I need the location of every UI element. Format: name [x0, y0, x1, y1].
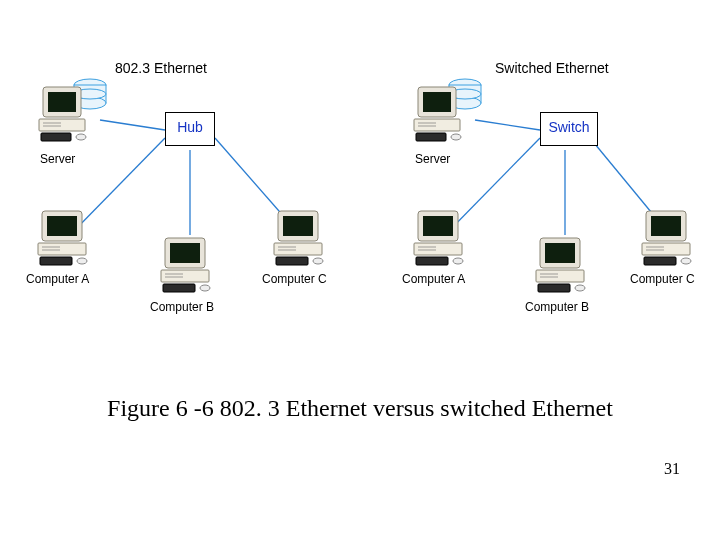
- label-compC-right: Computer C: [630, 272, 695, 286]
- hub-label: Hub: [177, 119, 203, 135]
- svg-point-56: [575, 285, 585, 291]
- svg-rect-41: [416, 133, 446, 141]
- svg-point-17: [77, 258, 87, 264]
- svg-rect-55: [538, 284, 570, 292]
- svg-rect-16: [40, 257, 72, 265]
- server-icon-right: [410, 75, 490, 155]
- computerA-icon-left: [32, 205, 102, 275]
- svg-point-42: [451, 134, 461, 140]
- svg-rect-26: [283, 216, 313, 236]
- svg-rect-48: [416, 257, 448, 265]
- title-left: 802.3 Ethernet: [115, 60, 207, 76]
- wires: [0, 0, 720, 360]
- switch-box: Switch: [540, 112, 598, 146]
- label-compB-right: Computer B: [525, 300, 589, 314]
- label-server-left: Server: [40, 152, 75, 166]
- svg-rect-44: [423, 216, 453, 236]
- server-icon: [35, 75, 115, 155]
- label-compC-left: Computer C: [262, 272, 327, 286]
- hub-box: Hub: [165, 112, 215, 146]
- page-number: 31: [664, 460, 680, 478]
- computerC-icon-right: [636, 205, 706, 275]
- label-compA-right: Computer A: [402, 272, 465, 286]
- label-compA-left: Computer A: [26, 272, 89, 286]
- svg-rect-45: [414, 243, 462, 255]
- svg-rect-12: [47, 216, 77, 236]
- svg-rect-9: [41, 133, 71, 141]
- diagram-stage: 802.3 Ethernet Server Hub Computer A: [0, 0, 720, 540]
- label-compB-left: Computer B: [150, 300, 214, 314]
- svg-point-24: [200, 285, 210, 291]
- svg-rect-19: [170, 243, 200, 263]
- svg-point-63: [681, 258, 691, 264]
- svg-rect-13: [38, 243, 86, 255]
- switch-label: Switch: [548, 119, 589, 135]
- computerB-icon-right: [530, 232, 600, 302]
- svg-rect-51: [545, 243, 575, 263]
- svg-rect-6: [39, 119, 85, 131]
- svg-rect-58: [651, 216, 681, 236]
- svg-point-31: [313, 258, 323, 264]
- label-server-right: Server: [415, 152, 450, 166]
- svg-rect-59: [642, 243, 690, 255]
- svg-point-49: [453, 258, 463, 264]
- svg-rect-30: [276, 257, 308, 265]
- svg-rect-52: [536, 270, 584, 282]
- computerB-icon-left: [155, 232, 225, 302]
- svg-rect-27: [274, 243, 322, 255]
- svg-rect-62: [644, 257, 676, 265]
- svg-rect-23: [163, 284, 195, 292]
- svg-rect-38: [414, 119, 460, 131]
- svg-point-10: [76, 134, 86, 140]
- computerC-icon-left: [268, 205, 338, 275]
- svg-rect-20: [161, 270, 209, 282]
- svg-rect-5: [48, 92, 76, 112]
- svg-rect-37: [423, 92, 451, 112]
- title-right: Switched Ethernet: [495, 60, 609, 76]
- computerA-icon-right: [408, 205, 478, 275]
- figure-caption: Figure 6 -6 802. 3 Ethernet versus switc…: [0, 395, 720, 422]
